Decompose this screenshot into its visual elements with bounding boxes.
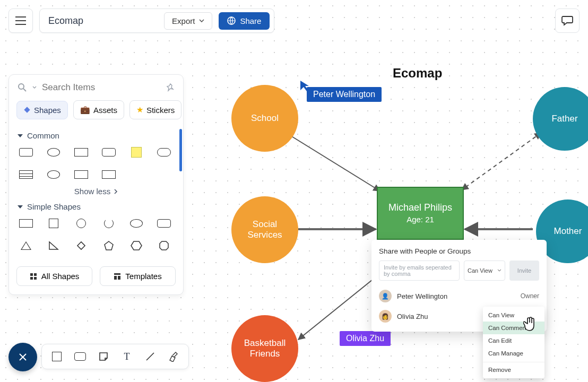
templates-button[interactable]: Templates (100, 266, 176, 286)
cursor-hand-icon (523, 316, 537, 335)
comments-button[interactable] (555, 8, 580, 33)
svg-point-6 (19, 84, 24, 89)
caret-down-icon (18, 205, 23, 209)
shape-arc[interactable] (100, 218, 117, 229)
share-user-name: Olivia Zhu (397, 312, 478, 320)
svg-rect-15 (30, 277, 33, 280)
svg-marker-12 (160, 241, 168, 250)
tab-stickers[interactable]: ★ Stickers (129, 100, 181, 119)
section-common[interactable]: Common (18, 131, 175, 140)
layout-icon (114, 273, 121, 280)
tool-rectangle[interactable] (50, 350, 63, 363)
show-less-link[interactable]: Show less (18, 187, 175, 196)
shape-pentagon[interactable] (100, 240, 117, 251)
share-label: Share (240, 16, 261, 25)
menu-button[interactable] (8, 8, 33, 33)
shape-oval[interactable] (128, 218, 145, 229)
shape-hexagon[interactable] (128, 240, 145, 251)
tab-assets[interactable]: 💼 Assets (73, 100, 124, 119)
section-simple-shapes[interactable]: Simple Shapes (18, 202, 175, 211)
tool-line[interactable] (144, 350, 157, 363)
hamburger-icon (15, 16, 26, 25)
share-user-row: 👤 Peter Wellington Owner (379, 286, 539, 306)
document-title[interactable]: Ecomap (48, 15, 83, 27)
node-social-services[interactable]: Social Services (231, 196, 298, 263)
node-basketball-friends[interactable]: Basketball Friends (231, 315, 298, 382)
tab-label: Stickers (146, 106, 175, 115)
svg-rect-19 (118, 276, 120, 280)
chevron-down-icon (497, 269, 501, 272)
pin-icon[interactable] (166, 83, 175, 92)
shape-rounded-rect[interactable] (155, 218, 172, 229)
document-bar: Ecomap Export Share (39, 8, 274, 33)
templates-label: Templates (125, 272, 161, 281)
show-less-label: Show less (74, 187, 110, 196)
shape-square[interactable] (45, 218, 62, 229)
close-icon (18, 352, 28, 362)
svg-marker-11 (131, 241, 142, 250)
invite-permission-select[interactable]: Can View (464, 261, 505, 281)
export-label: Export (172, 16, 195, 25)
globe-icon (227, 16, 236, 25)
tab-shapes[interactable]: Shapes (16, 101, 68, 119)
shape-table[interactable] (18, 169, 34, 180)
perm-option-remove[interactable]: Remove (483, 362, 544, 376)
svg-rect-18 (114, 276, 117, 280)
export-button[interactable]: Export (164, 12, 212, 30)
tool-card[interactable] (74, 350, 87, 363)
shape-rectangle[interactable] (18, 218, 34, 229)
search-input[interactable] (42, 82, 161, 93)
shape-octagon[interactable] (155, 240, 172, 251)
svg-rect-17 (114, 273, 120, 275)
panel-scrollbar[interactable] (179, 129, 182, 171)
search-icon (18, 83, 27, 92)
all-shapes-label: All Shapes (41, 272, 80, 281)
cursor-label-peter: Peter Wellington (307, 87, 382, 102)
chevron-down-icon (32, 86, 37, 89)
svg-rect-9 (77, 242, 85, 249)
perm-option-can-manage[interactable]: Can Manage (483, 347, 544, 360)
panel-body: Common Show less Simple Shapes (9, 119, 183, 266)
shape-keyboard[interactable] (73, 146, 90, 158)
shape-rect[interactable] (73, 169, 90, 180)
node-school[interactable]: School (231, 85, 298, 152)
share-user-role: Owner (521, 292, 539, 300)
share-button[interactable]: Share (219, 12, 270, 30)
briefcase-icon: 💼 (80, 105, 90, 115)
shape-ellipse[interactable] (45, 169, 62, 180)
shape-rect-wide[interactable] (100, 169, 117, 180)
perm-option-can-edit[interactable]: Can Edit (483, 334, 544, 347)
shape-triangle[interactable] (18, 240, 34, 251)
shape-circle[interactable] (73, 218, 90, 229)
avatar: 👤 (379, 290, 392, 302)
shape-cloud[interactable] (45, 146, 62, 158)
svg-rect-16 (34, 277, 37, 280)
share-popover-title: Share with People or Groups (379, 247, 539, 255)
svg-line-20 (146, 353, 154, 360)
invite-button[interactable]: Invite (509, 261, 539, 281)
svg-marker-10 (105, 241, 113, 250)
shape-sticky-note[interactable] (128, 146, 145, 158)
shape-right-triangle[interactable] (45, 240, 62, 251)
shape-pill[interactable] (155, 146, 172, 158)
avatar: 👩 (379, 310, 392, 323)
section-label: Simple Shapes (27, 202, 81, 211)
tool-note[interactable] (97, 350, 110, 363)
shape-card[interactable] (18, 146, 34, 158)
invite-email-input[interactable]: Invite by emails seperated by comma (379, 261, 460, 281)
tool-text[interactable]: T (120, 350, 133, 363)
shape-diamond[interactable] (73, 240, 90, 251)
node-center-sub: Age: 21 (407, 215, 434, 224)
section-label: Common (27, 131, 59, 140)
shapes-panel: Shapes 💼 Assets ★ Stickers Common (8, 74, 184, 295)
close-fab[interactable] (8, 343, 37, 371)
tool-highlighter[interactable] (167, 350, 180, 363)
svg-rect-13 (30, 273, 33, 276)
diamond-icon (23, 106, 31, 114)
shape-button[interactable] (100, 146, 117, 158)
svg-rect-8 (24, 107, 30, 112)
node-center[interactable]: Michael Philips Age: 21 (377, 187, 464, 240)
common-shapes-grid (18, 145, 175, 186)
share-user-name: Peter Wellington (397, 292, 515, 300)
all-shapes-button[interactable]: All Shapes (16, 266, 92, 286)
